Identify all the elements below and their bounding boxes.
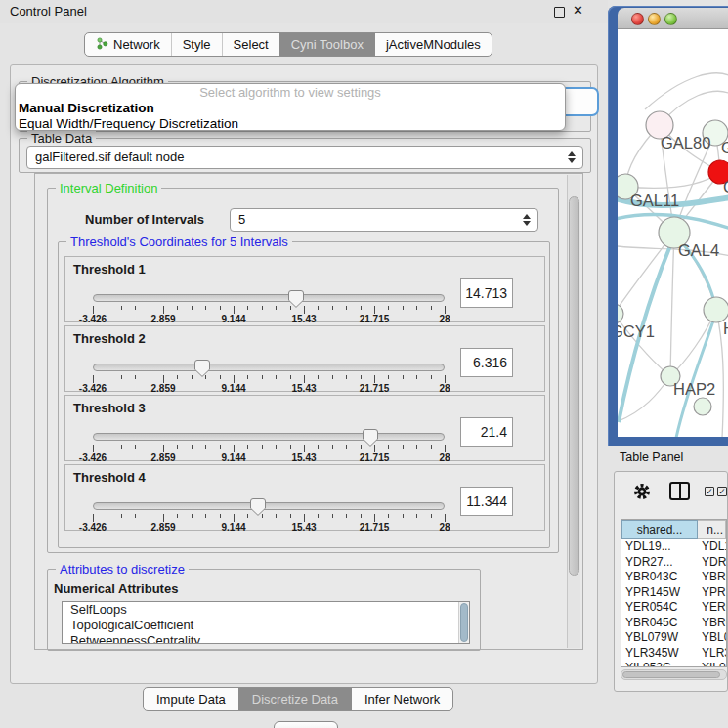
scrollbar-thumb[interactable] (622, 671, 720, 678)
cell-name[interactable]: YLR3... (698, 646, 726, 662)
threshold-slider-track[interactable] (93, 294, 445, 302)
scale-tick-label: 28 (439, 314, 450, 324)
numerical-attributes-list[interactable]: SelfLoopsTopologicalCoefficientBetweenne… (62, 601, 470, 644)
cell-shared-name[interactable]: YER054C (621, 600, 698, 616)
apply-button[interactable]: Apply (274, 721, 338, 728)
tab-label: Infer Network (364, 692, 440, 707)
network-view-window: GAL80 G C GAL11 GAL4 GCY1 H HAP2 (608, 6, 728, 446)
combobox-spinner-icon[interactable] (568, 150, 577, 165)
cell-name[interactable]: YDL1... (698, 539, 726, 555)
cyni-toolbox-panel: Discretization Algorithm Select algorith… (10, 64, 598, 684)
table-row[interactable]: YLR345WYLR3... (621, 646, 726, 662)
threshold-value-field[interactable]: 6.316 (460, 348, 513, 377)
close-traffic-light[interactable] (631, 13, 644, 25)
network-node-gcy1[interactable] (618, 304, 623, 323)
zoom-traffic-light[interactable] (664, 13, 677, 25)
close-icon[interactable]: ✕ (573, 3, 583, 18)
attribute-list-item[interactable]: TopologicalCoefficient (63, 618, 469, 633)
vertical-scrollbar[interactable] (567, 175, 580, 648)
svg-text:H: H (723, 320, 728, 337)
cell-name[interactable]: YBR0... (698, 570, 726, 585)
table-row[interactable]: YDL19...YDL1... (621, 539, 726, 555)
number-of-intervals-combobox[interactable]: 5 (230, 208, 538, 232)
tab-impute-data[interactable]: Impute Data (144, 688, 238, 710)
cell-name[interactable]: YBL0... (698, 630, 726, 646)
tab-label: Network (113, 37, 160, 52)
cell-shared-name[interactable]: YPR145W (621, 585, 698, 601)
svg-text:GAL80: GAL80 (661, 134, 710, 151)
combobox-value: galFiltered.sif default node (35, 150, 184, 164)
split-columns-icon[interactable] (669, 482, 690, 500)
table-row[interactable]: YBR043CYBR0... (621, 570, 726, 585)
tab-label: Cyni Toolbox (291, 37, 364, 52)
cell-name[interactable]: YPR1... (698, 585, 726, 601)
checkbox-icon-1[interactable]: ✓ (705, 487, 714, 496)
scale-tick-label: 21.715 (360, 452, 390, 463)
threshold-value-field[interactable]: 11.344 (460, 487, 513, 516)
scrollbar-thumb[interactable] (569, 196, 579, 576)
cell-shared-name[interactable]: YIL052C (621, 661, 698, 667)
float-window-icon[interactable] (554, 7, 565, 18)
threshold-slider-track[interactable] (93, 364, 445, 371)
threshold-value-field[interactable]: 21.4 (460, 417, 513, 447)
network-canvas[interactable]: GAL80 G C GAL11 GAL4 GCY1 H HAP2 (618, 29, 728, 437)
cell-shared-name[interactable]: YBR043C (621, 570, 698, 585)
tab-select[interactable]: Select (222, 33, 279, 56)
checkbox-icon-2[interactable]: ✓ (717, 487, 727, 496)
table-row[interactable]: YIL052CYIL0... (621, 661, 726, 667)
table-row[interactable]: YBR045CYBR0... (621, 616, 726, 631)
threshold-slider-track[interactable] (93, 502, 445, 510)
dropdown-option-equal-width[interactable]: Equal Width/Frequency Discretization (16, 116, 565, 131)
table-row[interactable]: YPR145WYPR1... (621, 585, 726, 601)
control-panel-titlebar: Control Panel ✕ (0, 0, 608, 23)
cell-shared-name[interactable]: YBR045C (621, 616, 698, 631)
svg-text:GCY1: GCY1 (618, 322, 655, 340)
attribute-list-item[interactable]: BetweennessCentrality (63, 633, 469, 644)
tab-discretize-data[interactable]: Discretize Data (238, 688, 351, 710)
network-window-titlebar[interactable] (618, 8, 728, 29)
node-table: shared... n... YDL19...YDL1...YDR27...YD… (621, 519, 727, 667)
tab-network[interactable]: Network (85, 33, 171, 56)
horizontal-scrollbar[interactable] (621, 669, 727, 680)
tab-infer-network[interactable]: Infer Network (351, 688, 452, 710)
table-data-combobox[interactable]: galFiltered.sif default node (26, 146, 583, 169)
list-scrollbar[interactable] (458, 602, 469, 643)
scale-tick-label: 9.144 (221, 314, 245, 324)
threshold-panel: Threshold 4 -3.4262.8599.14415.4321.7152… (64, 464, 545, 531)
combobox-value: 5 (238, 212, 245, 227)
threshold-slider-track[interactable] (93, 433, 445, 441)
combobox-spinner-icon[interactable] (523, 212, 532, 228)
cell-name[interactable]: YER0... (698, 600, 726, 616)
scale-tick-label: 21.715 (360, 314, 390, 324)
threshold-panel: Threshold 2 -3.4262.8599.14415.4321.7152… (64, 325, 545, 392)
cell-shared-name[interactable]: YDL19... (621, 539, 698, 555)
svg-text:G: G (721, 139, 728, 156)
cell-name[interactable]: YIL0... (698, 661, 726, 667)
cell-shared-name[interactable]: YLR345W (621, 646, 698, 662)
tab-cyni-toolbox[interactable]: Cyni Toolbox (279, 33, 374, 56)
scale-tick-label: -3.426 (79, 383, 107, 394)
table-row[interactable]: YBL079WYBL0... (621, 630, 726, 646)
tab-style[interactable]: Style (171, 33, 222, 56)
minimize-traffic-light[interactable] (648, 13, 661, 25)
table-row[interactable]: YER054CYER0... (621, 600, 726, 616)
threshold-value-field[interactable]: 14.713 (460, 278, 513, 308)
svg-text:GAL4: GAL4 (678, 241, 719, 259)
cell-name[interactable]: YDR2... (698, 555, 726, 571)
cell-name[interactable]: YBR0... (698, 616, 726, 631)
column-header-name[interactable]: n... (698, 520, 726, 539)
gear-icon[interactable] (632, 482, 652, 505)
cell-shared-name[interactable]: YBL079W (621, 630, 698, 646)
dropdown-prompt: Select algorithm to view settings (16, 85, 565, 101)
scale-tick-label: -3.426 (79, 522, 107, 533)
table-rows: YDL19...YDL1...YDR27...YDR2...YBR043CYBR… (621, 539, 726, 667)
column-header-shared-name[interactable]: shared... (621, 520, 698, 539)
dropdown-option-manual[interactable]: Manual Discretization (16, 101, 565, 116)
tab-jactivemnodules[interactable]: jActiveMNodules (374, 33, 492, 56)
network-node-bottom[interactable] (694, 398, 711, 415)
table-row[interactable]: YDR27...YDR2... (621, 555, 726, 571)
attribute-list-item[interactable]: SelfLoops (63, 602, 469, 618)
cell-shared-name[interactable]: YDR27... (621, 555, 698, 571)
table-panel-title: Table Panel (620, 450, 683, 464)
scrollbar-thumb[interactable] (460, 603, 468, 642)
